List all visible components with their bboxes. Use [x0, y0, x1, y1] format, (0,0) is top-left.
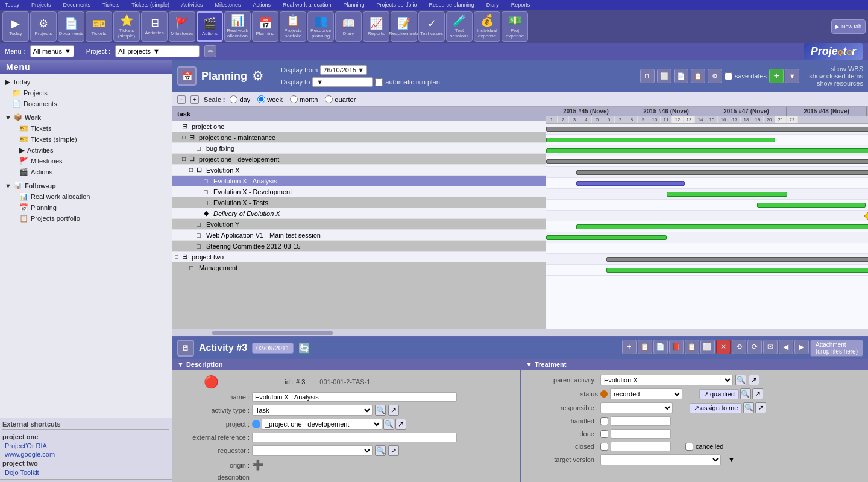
sidebar-item-milestones[interactable]: 🚩 Milestones — [2, 156, 169, 166]
show-wbs-link[interactable]: show WBS — [809, 65, 863, 72]
handled-date-input[interactable] — [611, 416, 671, 426]
requestor-search-btn[interactable]: 🔍 — [375, 445, 386, 456]
scale-week[interactable]: week — [257, 95, 283, 103]
toolbar-test-cases[interactable]: ✓ Test cases — [418, 11, 445, 42]
act-btn-5[interactable]: 📋 — [685, 340, 699, 354]
nav-real-work[interactable]: Real work allocation — [283, 2, 332, 8]
project-edit-button[interactable]: ✏ — [204, 45, 216, 57]
planning-icon-btn-3[interactable]: 📋 — [691, 69, 705, 83]
gantt-collapse-all[interactable]: − — [177, 95, 186, 104]
sidebar-item-planning[interactable]: 📅 Planning — [2, 202, 169, 213]
qualified-search-btn[interactable]: 🔍 — [740, 388, 751, 399]
project-dropdown[interactable]: All projects ▼ — [115, 45, 200, 57]
table-row[interactable]: □ Web Application V1 - Main test session — [172, 230, 546, 241]
planning-icon-btn-1[interactable]: 🗒 — [640, 69, 655, 83]
expand-icon[interactable]: □ — [189, 166, 197, 173]
sidebar-item-activities[interactable]: ▶ Activities — [2, 145, 169, 156]
ext-ref-input[interactable] — [252, 433, 457, 442]
activity-type-goto-btn[interactable]: ↗ — [388, 405, 399, 416]
auto-run-checkbox[interactable] — [375, 78, 383, 86]
toolbar-milestones[interactable]: 🚩 Milestones — [169, 11, 195, 42]
nav-activities[interactable]: Activities — [181, 2, 203, 8]
parent-goto-btn[interactable]: ↗ — [749, 375, 760, 385]
act-btn-right[interactable]: ▶ — [794, 340, 809, 354]
project-select[interactable]: _project one - developement — [262, 419, 382, 430]
act-btn-email[interactable]: ✉ — [763, 340, 778, 354]
expand-icon[interactable]: □ — [182, 134, 189, 141]
requestor-goto-btn[interactable]: ↗ — [388, 445, 399, 456]
show-resources-link[interactable]: show resources — [809, 80, 863, 87]
act-btn-left[interactable]: ◀ — [779, 340, 793, 354]
toolbar-tickets-simple[interactable]: ⭐ Tickets (simple) — [113, 11, 140, 42]
responsible-select[interactable] — [600, 402, 673, 413]
sidebar-item-tickets[interactable]: 🎫 Tickets — [2, 123, 169, 134]
table-row[interactable]: □ ⊟ Evolution X — [172, 165, 546, 176]
table-row[interactable]: □ Steering Committee 2012-03-15 — [172, 241, 546, 252]
display-to-input[interactable]: ▼ — [312, 77, 373, 87]
toolbar-portfolio[interactable]: 📋 Projects portfolio — [280, 11, 306, 42]
toolbar-projects[interactable]: ⚙ Projects — [30, 11, 57, 42]
nav-portfolio[interactable]: Projects portfolio — [377, 2, 417, 8]
sidebar-item-tickets-simple[interactable]: 🎫 Tickets (simple) — [2, 134, 169, 145]
nav-diary[interactable]: Diary — [486, 2, 499, 8]
act-btn-add[interactable]: + — [622, 340, 637, 354]
desc-arrow-icon[interactable]: ▼ — [177, 361, 184, 368]
nav-milestones[interactable]: Milestones — [215, 2, 241, 8]
project-search-btn[interactable]: 🔍 — [383, 419, 394, 430]
expand-icon[interactable]: □ — [175, 123, 182, 130]
new-tab-button[interactable]: ▶ New tab — [831, 19, 866, 34]
toolbar-diary[interactable]: 📖 Diary — [335, 11, 362, 42]
toolbar-reports[interactable]: 📈 Reports — [363, 11, 389, 42]
parent-search-btn[interactable]: 🔍 — [735, 375, 746, 385]
origin-add-button[interactable]: ➕ — [252, 459, 264, 471]
sidebar-item-real-work[interactable]: 📊 Real work allocation — [2, 191, 169, 202]
planning-icon-btn-4[interactable]: ⚙ — [708, 69, 722, 83]
toolbar-activities[interactable]: 🖥 Activities — [141, 11, 168, 42]
done-checkbox[interactable] — [600, 430, 608, 438]
add-planning-button[interactable]: + — [769, 69, 784, 83]
target-version-select[interactable] — [600, 454, 721, 465]
act-btn-copy[interactable]: 📋 — [638, 340, 652, 354]
show-closed-link[interactable]: show closed items — [809, 72, 863, 80]
attachment-button[interactable]: Attachment(drop files here) — [810, 340, 863, 357]
toolbar-test-sessions[interactable]: 🧪 Test sessions — [446, 11, 473, 42]
toolbar-proj-expense[interactable]: 💵 Proj expense — [502, 11, 528, 42]
sidebar-item-today[interactable]: ▶ Today — [2, 77, 169, 87]
table-row[interactable]: □ Management — [172, 262, 546, 273]
nav-actions[interactable]: Actions — [253, 2, 271, 8]
closed-date-input[interactable] — [611, 442, 671, 451]
table-row[interactable]: □ Evolutoin X - Analysis — [172, 176, 546, 186]
toolbar-individual-expense[interactable]: 💰 Individual expense — [474, 11, 500, 42]
table-row[interactable]: □ ⊟ project one - developement — [172, 154, 546, 165]
requestor-select[interactable] — [252, 445, 373, 456]
status-select[interactable]: recorded — [610, 388, 682, 399]
act-btn-pdf[interactable]: 📕 — [669, 340, 684, 354]
sidebar-item-documents[interactable]: 📄 Documents — [2, 98, 169, 109]
table-row[interactable]: □ ⊟ project two — [172, 252, 546, 262]
sidebar-item-portfolio[interactable]: 📋 Projects portfolio — [2, 213, 169, 224]
gantt-expand-all[interactable]: + — [190, 95, 199, 104]
planning-icon-btn-2[interactable]: ⬜ — [657, 69, 671, 83]
act-btn-delete[interactable]: ✕ — [716, 340, 731, 354]
table-row[interactable]: □ Evolution X - Tests — [172, 197, 546, 208]
table-row[interactable]: □ Evolution X - Development — [172, 186, 546, 197]
nav-projects[interactable]: Projects — [31, 2, 51, 8]
sidebar-item-actions[interactable]: 🎬 Actions — [2, 166, 169, 177]
name-input[interactable] — [252, 392, 457, 402]
qualified-btn[interactable]: ↗ qualified — [699, 389, 739, 399]
closed-checkbox[interactable] — [600, 443, 608, 451]
activity-type-select[interactable]: Task — [252, 405, 373, 416]
followup-collapse-icon[interactable]: ▼ — [5, 182, 11, 189]
act-btn-paste[interactable]: 📄 — [653, 340, 668, 354]
parent-activity-select[interactable]: Evolution X — [600, 375, 733, 385]
scale-month[interactable]: month — [290, 95, 318, 103]
planning-icon-btn-pdf[interactable]: 📄 — [674, 69, 688, 83]
nav-reports[interactable]: Reports — [511, 2, 530, 8]
planning-settings-icon[interactable]: ⚙ — [252, 68, 264, 84]
activity-type-search-btn[interactable]: 🔍 — [375, 405, 386, 416]
act-btn-6[interactable]: ⬜ — [700, 340, 715, 354]
ext-link-dojo[interactable]: Dojo Toolkit — [2, 468, 169, 477]
cancelled-checkbox[interactable] — [685, 443, 693, 451]
nav-planning[interactable]: Planning — [344, 2, 365, 8]
nav-today[interactable]: Today — [5, 2, 19, 8]
